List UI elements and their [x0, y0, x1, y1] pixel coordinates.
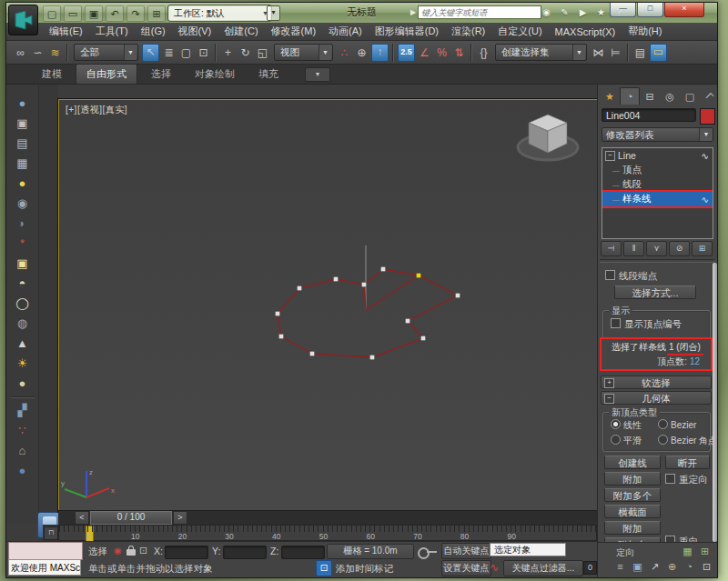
ribbon-tab[interactable]: 自由形式	[76, 64, 137, 85]
spline-vertex[interactable]	[278, 334, 284, 339]
sign-in-icon[interactable]: ▶	[576, 5, 590, 19]
ribbon-tab[interactable]: 建模	[32, 65, 72, 84]
maximize-viewport-icon[interactable]: ⊡	[700, 560, 713, 574]
plane-yellow-icon[interactable]: ▣	[12, 255, 34, 273]
soft-selection-rollout[interactable]: + 软选择	[601, 376, 712, 389]
spline-vertex[interactable]	[380, 266, 386, 272]
checkbox-icon[interactable]	[611, 318, 621, 328]
window-crossing-icon[interactable]: ⊡	[196, 45, 211, 61]
key-mode-curve-icon[interactable]: ∿	[490, 561, 499, 574]
search-arrow-icon[interactable]: ▶	[410, 8, 416, 16]
ribbon-tab[interactable]: 填充	[248, 65, 288, 84]
selected-object-dropdown[interactable]: 选定对象	[490, 543, 566, 556]
select-and-scale-icon[interactable]: ◱	[255, 45, 270, 61]
attach-button[interactable]: 附加	[604, 472, 661, 486]
object-name-field[interactable]: Line004	[602, 108, 696, 122]
reference-coordinate-dropdown[interactable]: 视图▼	[274, 44, 333, 61]
checkbox-icon[interactable]	[665, 474, 675, 484]
bezier-radio[interactable]: Bezier	[658, 419, 696, 430]
menu-item[interactable]: 创建(C)	[217, 23, 264, 40]
absolute-mode-icon[interactable]: ⊡	[139, 545, 147, 556]
create-line-button[interactable]: 创建线	[604, 456, 661, 469]
orbit-icon[interactable]: ◔	[682, 560, 696, 574]
maximize-button[interactable]: □	[637, 3, 663, 17]
modifier-list-dropdown[interactable]: 修改器列表 ▼	[602, 127, 713, 142]
projector-icon[interactable]: ◉	[12, 195, 34, 213]
cone-icon[interactable]: ▲	[12, 335, 34, 353]
modifier-stack-item[interactable]: —线段	[602, 177, 713, 192]
earth-icon[interactable]: ●	[12, 462, 34, 480]
save-view-icon[interactable]: ▣	[631, 560, 644, 574]
menu-item[interactable]: 组(G)	[135, 23, 172, 40]
select-and-manipulate-icon[interactable]: ⊕	[354, 45, 369, 61]
radio-icon[interactable]	[658, 419, 668, 429]
menu-item[interactable]: 编辑(E)	[43, 23, 89, 40]
tab-display[interactable]: ▢	[680, 87, 700, 105]
menu-item[interactable]: MAXScript(X)	[549, 25, 622, 39]
named-selection-dropdown[interactable]: 创建选择集▼	[495, 44, 587, 61]
show-vertex-numbers-checkbox[interactable]: 显示顶点编号	[611, 318, 682, 331]
spline-vertex[interactable]	[455, 293, 460, 298]
spline-vertex-selected[interactable]	[416, 273, 421, 278]
search-communities-icon[interactable]: ◉	[540, 5, 553, 19]
maxscript-listener-pink[interactable]	[8, 542, 83, 560]
menu-item[interactable]: 视图(V)	[172, 23, 218, 40]
sun-icon[interactable]: ☀	[12, 355, 34, 373]
make-unique-icon[interactable]: ⋎	[646, 241, 667, 256]
spline-vertex[interactable]	[361, 282, 367, 287]
graphite-ribbon-toggle-icon[interactable]: ▭	[650, 44, 667, 62]
menu-item[interactable]: 工具(T)	[89, 23, 135, 40]
modifier-stack-item[interactable]: —样条线∿	[602, 192, 713, 206]
disc-light-icon[interactable]: ◯	[12, 295, 34, 313]
unlink-selection-icon[interactable]: ∽	[30, 45, 46, 61]
spline-edge[interactable]	[366, 275, 419, 310]
radio-icon[interactable]	[611, 435, 621, 445]
reorient-checkbox[interactable]: 重定向	[665, 474, 708, 486]
spinner-snap-icon[interactable]: ⇅	[451, 45, 467, 61]
dome-icon[interactable]: ◓	[12, 275, 34, 293]
grid-link-icon[interactable]: ▦	[681, 545, 694, 558]
tab-hierarchy[interactable]: ⊟	[640, 87, 660, 105]
select-and-link-icon[interactable]: ∞	[13, 45, 28, 61]
spline-vertex[interactable]	[309, 351, 315, 356]
spline-vertex[interactable]	[297, 285, 302, 291]
menu-item[interactable]: 动画(A)	[322, 23, 369, 40]
molecule-icon[interactable]: ∵	[12, 422, 34, 440]
array-icon[interactable]: ▞	[12, 402, 34, 420]
percent-snap-icon[interactable]: %	[434, 45, 450, 61]
previous-frame-button[interactable]: <	[75, 511, 89, 525]
mirror-icon[interactable]: ⋈	[591, 45, 606, 61]
lock-selection-icon[interactable]	[126, 549, 136, 556]
spline-curve[interactable]	[278, 269, 458, 357]
table-icon[interactable]: ▤	[12, 135, 34, 153]
track-bar-ruler[interactable]: 0102030405060708090	[58, 525, 597, 541]
pin-stack-icon[interactable]: ⊣	[601, 241, 622, 256]
spline-vertex[interactable]	[405, 318, 410, 324]
select-by-button[interactable]: 选择方式...	[614, 285, 696, 299]
spline-vertex[interactable]	[420, 336, 426, 341]
menu-item[interactable]: 图形编辑器(D)	[369, 23, 445, 40]
geometry-rollout[interactable]: − 几何体	[601, 391, 712, 405]
spline-object[interactable]	[59, 100, 598, 511]
maxscript-listener-white[interactable]: 欢迎使用 MAXSc	[8, 559, 81, 576]
pan-hand-icon[interactable]: ⊕	[665, 560, 679, 574]
key-icon[interactable]	[418, 547, 430, 559]
snap-toggle-25-icon[interactable]: 2.5	[398, 44, 415, 62]
ribbon-minimize-dropdown[interactable]: ▾	[305, 67, 330, 82]
radio-icon[interactable]	[611, 419, 621, 429]
lightbulb-icon[interactable]: ●	[12, 175, 34, 193]
menu-item[interactable]: 修改器(M)	[265, 23, 323, 40]
time-slider-thumb[interactable]: 0 / 100	[90, 511, 172, 525]
open-mini-curve-editor-icon[interactable]: ⊓	[44, 526, 58, 540]
ribbon-tab[interactable]: 选择	[141, 65, 181, 84]
modifier-stack-item[interactable]: —顶点	[602, 163, 713, 177]
attach-multiple-button[interactable]: 附加多个	[604, 488, 661, 502]
app-logo[interactable]	[8, 5, 38, 35]
modifier-stack-item[interactable]: −Line∿	[602, 148, 713, 163]
track-bar[interactable]: ⊓ 0102030405060708090	[43, 525, 597, 541]
spreadsheet-icon[interactable]: ▦	[12, 155, 34, 173]
x-coordinate-field[interactable]	[165, 546, 208, 559]
break-button[interactable]: 断开	[665, 456, 710, 469]
tab-create[interactable]: ★	[600, 87, 620, 105]
named-selection-sets-icon[interactable]: {}	[476, 45, 491, 61]
